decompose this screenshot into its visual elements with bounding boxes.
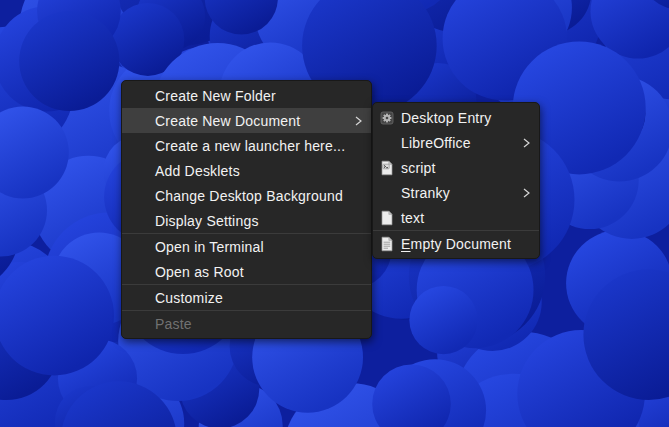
submenu-item-empty-document[interactable]: Empty Document — [373, 231, 539, 256]
desktop-entry-icon — [379, 110, 395, 126]
menu-item-create-launcher[interactable]: Create a new launcher here... — [122, 133, 371, 158]
submenu-chevron-icon — [354, 115, 363, 127]
menu-item-label: Create New Folder — [155, 88, 276, 104]
menu-item-customize[interactable]: Customize — [122, 285, 371, 310]
submenu-chevron-icon — [522, 187, 531, 199]
menu-item-change-desktop-background[interactable]: Change Desktop Background — [122, 183, 371, 208]
submenu-item-stranky[interactable]: Stranky — [373, 180, 539, 205]
menu-item-label: Create a new launcher here... — [155, 138, 345, 154]
menu-item-display-settings[interactable]: Display Settings — [122, 208, 371, 233]
submenu-item-label: Empty Document — [401, 236, 511, 252]
menu-item-label: Customize — [155, 290, 223, 306]
desktop-context-menu: Create New Folder Create New Document Cr… — [121, 80, 372, 339]
menu-item-label: Open in Terminal — [155, 239, 264, 255]
menu-item-label: Paste — [155, 316, 192, 332]
submenu-item-label: LibreOffice — [401, 135, 471, 151]
menu-item-open-as-root[interactable]: Open as Root — [122, 259, 371, 284]
submenu-item-label: text — [401, 210, 424, 226]
menu-item-open-in-terminal[interactable]: Open in Terminal — [122, 234, 371, 259]
submenu-item-label: Stranky — [401, 185, 450, 201]
mnemonic-letter: E — [401, 236, 411, 252]
menu-item-label: Open as Root — [155, 264, 244, 280]
empty-document-icon — [379, 236, 395, 252]
submenu-chevron-icon — [522, 137, 531, 149]
create-new-document-submenu: Desktop Entry LibreOffice script Stranky — [372, 102, 540, 259]
submenu-item-label: script — [401, 160, 436, 176]
submenu-item-libreoffice[interactable]: LibreOffice — [373, 130, 539, 155]
text-icon — [379, 210, 395, 226]
script-icon — [379, 160, 395, 176]
menu-item-create-new-document[interactable]: Create New Document — [122, 108, 371, 133]
desktop-background[interactable]: Create New Folder Create New Document Cr… — [0, 0, 669, 427]
submenu-item-script[interactable]: script — [373, 155, 539, 180]
menu-item-create-new-folder[interactable]: Create New Folder — [122, 83, 371, 108]
submenu-item-text[interactable]: text — [373, 205, 539, 230]
label-rest: mpty Document — [411, 236, 512, 252]
submenu-item-desktop-entry[interactable]: Desktop Entry — [373, 105, 539, 130]
menu-item-add-desklets[interactable]: Add Desklets — [122, 158, 371, 183]
submenu-item-label: Desktop Entry — [401, 110, 492, 126]
menu-item-label: Create New Document — [155, 113, 300, 129]
menu-item-label: Display Settings — [155, 213, 259, 229]
menu-item-paste-disabled: Paste — [122, 311, 371, 336]
menu-item-label: Add Desklets — [155, 163, 240, 179]
menu-item-label: Change Desktop Background — [155, 188, 343, 204]
